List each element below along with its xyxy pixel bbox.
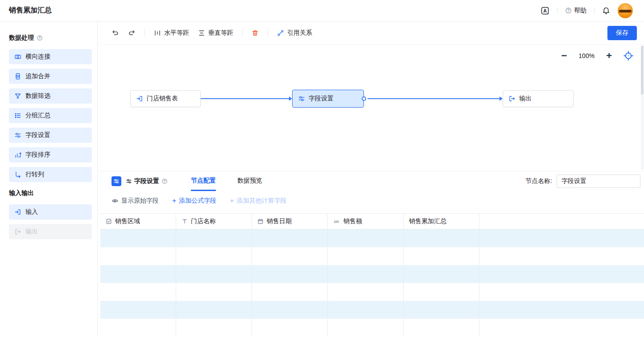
help-button[interactable]: 帮助 bbox=[565, 7, 586, 15]
table-cell bbox=[100, 265, 176, 283]
horizontal-spacing-label: 水平等距 bbox=[164, 29, 189, 37]
category-icon bbox=[106, 218, 112, 225]
table-cell bbox=[479, 265, 644, 283]
help-icon[interactable] bbox=[161, 178, 168, 184]
redo-button[interactable] bbox=[128, 29, 136, 37]
sidebar-item-row-to-column[interactable]: 行转列 bbox=[9, 167, 92, 182]
table-cell bbox=[252, 265, 328, 283]
node-store-sales-table[interactable]: 门店销售表 bbox=[130, 90, 201, 107]
show-original-fields-label: 显示原始字段 bbox=[121, 197, 159, 205]
sidebar-item-field-settings[interactable]: 字段设置 bbox=[9, 128, 92, 143]
table-cell bbox=[176, 319, 252, 337]
zoom-controls: − 100% + bbox=[561, 51, 633, 61]
canvas-scrollbar[interactable] bbox=[641, 46, 644, 170]
page-title: 销售累加汇总 bbox=[9, 6, 52, 15]
redo-icon bbox=[128, 29, 136, 37]
divider bbox=[268, 29, 268, 37]
field-settings-node-icon bbox=[111, 176, 121, 186]
language-icon[interactable]: A bbox=[541, 6, 549, 15]
column-header-sales-region[interactable]: 销售区域 bbox=[100, 214, 176, 229]
sidebar-item-label: 输入 bbox=[25, 208, 38, 216]
input-icon bbox=[14, 208, 21, 216]
node-config-panel: 字段设置 节点配置 数据预览 节点名称: 显示原始字段 + 添加公式字段 bbox=[98, 171, 644, 337]
table-cell bbox=[176, 283, 252, 301]
column-header-label: 销售区域 bbox=[115, 217, 140, 225]
relation-icon bbox=[277, 29, 284, 37]
delete-button[interactable] bbox=[252, 29, 259, 37]
table-cell bbox=[404, 301, 479, 319]
vertical-spacing-label: 垂直等距 bbox=[208, 29, 233, 37]
vertical-spacing-button[interactable]: 垂直等距 bbox=[198, 29, 233, 37]
flow-canvas[interactable]: − 100% + 门店销售表 字段设置 输出 bbox=[98, 45, 644, 171]
node-label: 字段设置 bbox=[309, 95, 334, 103]
sidebar-item-label: 输出 bbox=[25, 228, 38, 236]
table-cell bbox=[404, 265, 479, 283]
sidebar-section-title-data-processing: 数据处理 bbox=[9, 34, 97, 42]
join-icon bbox=[14, 53, 21, 60]
field-preview-table: 销售区域 门店名称 销售日期 123 销售额 销售累加汇总 bbox=[100, 213, 644, 337]
table-header-row: 销售区域 门店名称 销售日期 123 销售额 销售累加汇总 bbox=[100, 213, 644, 229]
horizontal-spacing-button[interactable]: 水平等距 bbox=[154, 29, 189, 37]
save-button[interactable]: 保存 bbox=[607, 26, 637, 40]
node-output[interactable]: 输出 bbox=[503, 90, 574, 107]
column-header-sales-cumulative[interactable]: 销售累加汇总 bbox=[404, 214, 479, 229]
sidebar-item-label: 数据筛选 bbox=[25, 92, 50, 100]
number-icon: 123 bbox=[333, 218, 340, 225]
add-formula-field-label: 添加公式字段 bbox=[179, 197, 216, 205]
header-right: A 帮助 bbox=[541, 3, 633, 18]
column-header-label: 销售日期 bbox=[267, 217, 292, 225]
undo-button[interactable] bbox=[111, 29, 119, 37]
table-cell bbox=[176, 247, 252, 265]
table-cell bbox=[479, 247, 644, 265]
flow-edge[interactable] bbox=[201, 98, 289, 99]
table-cell bbox=[404, 283, 479, 301]
sidebar-item-output: 输出 bbox=[9, 224, 92, 239]
tab-node-config[interactable]: 节点配置 bbox=[191, 171, 216, 191]
node-field-settings[interactable]: 字段设置 bbox=[292, 90, 364, 108]
sidebar-item-input[interactable]: 输入 bbox=[9, 204, 92, 220]
date-icon bbox=[257, 218, 264, 225]
table-cell bbox=[100, 283, 176, 301]
reference-relation-button[interactable]: 引用关系 bbox=[277, 29, 312, 37]
zoom-out-icon[interactable]: − bbox=[561, 51, 567, 61]
flow-edge[interactable] bbox=[367, 98, 500, 99]
zoom-in-icon[interactable]: + bbox=[606, 51, 612, 61]
vertical-spacing-icon bbox=[198, 29, 205, 37]
show-original-fields-button[interactable]: 显示原始字段 bbox=[111, 197, 159, 205]
table-cell bbox=[479, 319, 644, 337]
table-cell bbox=[176, 265, 252, 283]
sidebar-item-data-filter[interactable]: 数据筛选 bbox=[9, 88, 92, 104]
sidebar-item-group-summary[interactable]: 分组汇总 bbox=[9, 108, 92, 123]
node-name-input[interactable] bbox=[557, 175, 640, 188]
trash-icon bbox=[252, 29, 259, 37]
table-cell bbox=[252, 301, 328, 319]
section-title-label: 输入输出 bbox=[9, 189, 34, 197]
sidebar-item-field-sort[interactable]: 字段排序 bbox=[9, 147, 92, 162]
sidebar-item-label: 行转列 bbox=[25, 171, 44, 179]
avatar[interactable] bbox=[618, 3, 633, 18]
canvas-toolbar: 水平等距 垂直等距 引用关系 保存 bbox=[98, 21, 644, 45]
output-icon bbox=[508, 95, 516, 102]
bell-icon[interactable] bbox=[602, 7, 610, 15]
table-cell bbox=[479, 229, 644, 247]
column-header-store-name[interactable]: 门店名称 bbox=[176, 214, 252, 229]
help-icon[interactable] bbox=[37, 35, 43, 41]
sidebar-item-label: 字段排序 bbox=[25, 151, 50, 159]
sidebar-item-append-merge[interactable]: 追加合并 bbox=[9, 69, 92, 84]
zoom-level: 100% bbox=[578, 52, 594, 59]
field-settings-icon bbox=[14, 132, 21, 139]
column-header-sales-date[interactable]: 销售日期 bbox=[252, 214, 328, 229]
column-header-sales-amount[interactable]: 123 销售额 bbox=[328, 214, 404, 229]
sidebar-item-horizontal-join[interactable]: 横向连接 bbox=[9, 49, 92, 64]
table-cell bbox=[328, 247, 404, 265]
svg-text:A: A bbox=[543, 8, 547, 13]
sidebar-item-label: 追加合并 bbox=[25, 72, 50, 80]
table-cell bbox=[479, 283, 644, 301]
locate-icon[interactable] bbox=[623, 51, 633, 61]
panel-tabs: 节点配置 数据预览 bbox=[191, 171, 284, 191]
add-formula-field-button[interactable]: + 添加公式字段 bbox=[172, 197, 216, 205]
tab-data-preview[interactable]: 数据预览 bbox=[237, 171, 262, 191]
sidebar-item-label: 分组汇总 bbox=[25, 112, 50, 120]
column-header-label: 门店名称 bbox=[191, 217, 216, 225]
table-cell bbox=[328, 265, 404, 283]
